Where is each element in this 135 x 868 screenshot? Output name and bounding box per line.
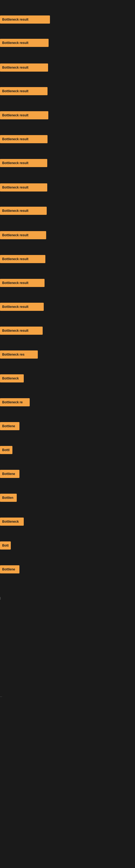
bottleneck-item-16: Bottleneck: [0, 374, 24, 382]
bottleneck-item-7: Bottleneck result: [0, 159, 47, 167]
site-header: [0, 0, 135, 3]
marker-1: |: [0, 597, 1, 600]
bottleneck-item-21: Bottlen: [0, 494, 17, 502]
bottleneck-item-13: Bottleneck result: [0, 303, 44, 311]
bottleneck-item-18: Bottlene: [0, 422, 19, 430]
bottleneck-item-6: Bottleneck result: [0, 135, 48, 143]
bottleneck-item-12: Bottleneck result: [0, 279, 45, 287]
bottleneck-item-4: Bottleneck result: [0, 87, 48, 95]
bottleneck-item-8: Bottleneck result: [0, 183, 47, 191]
bottleneck-item-17: Bottleneck re: [0, 398, 30, 406]
bottleneck-item-9: Bottleneck result: [0, 207, 47, 215]
bottleneck-item-19: Bottl: [0, 446, 12, 454]
bottleneck-item-2: Bottleneck result: [0, 39, 49, 47]
bottleneck-item-15: Bottleneck res: [0, 350, 38, 359]
bottleneck-item-5: Bottleneck result: [0, 111, 48, 119]
bottleneck-item-10: Bottleneck result: [0, 231, 46, 239]
bottleneck-item-20: Bottlene: [0, 470, 19, 478]
bottleneck-item-23: Bott: [0, 541, 11, 550]
bottleneck-item-22: Bottleneck: [0, 518, 24, 526]
marker-2: ...: [0, 694, 2, 698]
bottleneck-item-11: Bottleneck result: [0, 255, 45, 263]
bottleneck-item-24: Bottlene: [0, 565, 19, 574]
bottleneck-item-3: Bottleneck result: [0, 63, 48, 72]
bottleneck-item-1: Bottleneck result: [0, 16, 50, 24]
bottleneck-item-14: Bottleneck result: [0, 327, 43, 335]
